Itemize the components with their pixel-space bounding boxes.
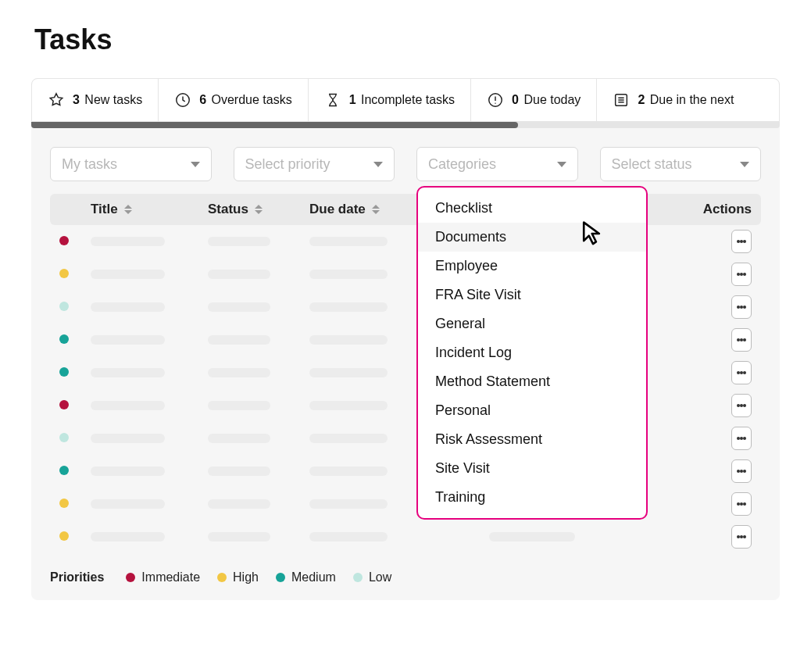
- dropdown-item[interactable]: General: [418, 309, 646, 338]
- filter-priority[interactable]: Select priority: [234, 147, 395, 181]
- placeholder: [309, 368, 388, 377]
- priority-dot: [59, 302, 69, 311]
- table-row[interactable]: [50, 225, 761, 258]
- priority-legend: Priorities ImmediateHighMediumLow: [31, 553, 780, 584]
- placeholder: [91, 335, 165, 345]
- alert-icon: [487, 91, 504, 109]
- stats-strip: 3 New tasks6 Overdue tasks1 Incomplete t…: [31, 78, 780, 122]
- placeholder: [208, 368, 270, 377]
- table-header: Title Status Due date Assigned to Action…: [50, 194, 761, 225]
- page-title: Tasks: [34, 23, 780, 56]
- sort-icon: [255, 205, 263, 214]
- dropdown-item[interactable]: Method Statement: [418, 367, 646, 396]
- dropdown-item[interactable]: Incident Log: [418, 338, 646, 367]
- legend-item: Medium: [276, 570, 336, 584]
- placeholder: [91, 434, 165, 443]
- placeholder: [91, 302, 165, 312]
- priority-dot: [59, 499, 69, 508]
- stat-item[interactable]: 1 Incomplete tasks: [309, 79, 471, 121]
- stat-text: 6 Overdue tasks: [199, 93, 292, 107]
- priority-dot: [59, 466, 69, 475]
- dropdown-item[interactable]: Documents: [418, 223, 646, 252]
- row-actions-button[interactable]: [731, 459, 752, 483]
- legend-item: High: [217, 570, 259, 584]
- categories-dropdown[interactable]: ChecklistDocumentsEmployeeFRA Site Visit…: [416, 186, 648, 520]
- table-row[interactable]: [50, 389, 761, 422]
- sort-icon: [372, 205, 380, 214]
- row-actions-button[interactable]: [731, 492, 752, 516]
- filters-row: My tasks Select priority Categories Sele…: [31, 128, 780, 194]
- dropdown-item[interactable]: Checklist: [418, 194, 646, 223]
- placeholder: [309, 237, 388, 246]
- table-row[interactable]: [50, 258, 761, 291]
- stat-item[interactable]: 6 Overdue tasks: [159, 79, 309, 121]
- placeholder: [91, 499, 165, 509]
- priority-dot: [59, 334, 69, 344]
- row-actions-button[interactable]: [731, 263, 752, 286]
- table-row[interactable]: [50, 291, 761, 323]
- placeholder: [309, 466, 388, 476]
- stat-text: 3 New tasks: [73, 93, 142, 107]
- legend-label: Low: [369, 570, 391, 584]
- legend-label: Immediate: [141, 570, 200, 584]
- filter-label: Select status: [612, 156, 692, 173]
- dropdown-item[interactable]: Personal: [418, 396, 646, 425]
- star-icon: [48, 91, 65, 109]
- filter-status[interactable]: Select status: [600, 147, 762, 181]
- hourglass-icon: [324, 91, 341, 109]
- placeholder: [208, 335, 270, 345]
- table-row[interactable]: [50, 323, 761, 356]
- placeholder: [309, 302, 388, 312]
- dropdown-item[interactable]: Site Visit: [418, 454, 646, 483]
- legend-label: High: [233, 570, 259, 584]
- svg-point-2: [495, 102, 495, 103]
- table-row[interactable]: [50, 520, 761, 553]
- row-actions-button[interactable]: [731, 427, 752, 450]
- row-actions-button[interactable]: [731, 361, 752, 384]
- dropdown-item[interactable]: Training: [418, 483, 646, 512]
- priority-dot: [59, 236, 69, 245]
- row-actions-button[interactable]: [731, 230, 752, 253]
- priority-dot: [59, 400, 69, 409]
- stat-item[interactable]: 0 Due today: [471, 79, 597, 121]
- table-row[interactable]: [50, 356, 761, 389]
- row-actions-button[interactable]: [731, 295, 752, 319]
- priority-dot: [59, 367, 69, 377]
- filter-my-tasks[interactable]: My tasks: [50, 147, 212, 181]
- row-actions-button[interactable]: [731, 328, 752, 352]
- stat-text: 2 Due in the next: [638, 93, 734, 107]
- stat-text: 1 Incomplete tasks: [349, 93, 455, 107]
- table-row[interactable]: [50, 488, 761, 520]
- col-title[interactable]: Title: [91, 202, 208, 217]
- placeholder: [309, 434, 388, 443]
- placeholder: [208, 270, 270, 279]
- legend-item: Immediate: [126, 570, 200, 584]
- chevron-down-icon: [740, 162, 749, 167]
- sort-icon: [124, 205, 132, 214]
- col-label: Actions: [703, 202, 752, 217]
- priority-dot: [59, 531, 69, 541]
- row-actions-button[interactable]: [731, 525, 752, 549]
- progress-bar: [31, 122, 780, 128]
- chevron-down-icon: [191, 162, 200, 167]
- dropdown-item[interactable]: Employee: [418, 252, 646, 281]
- row-actions-button[interactable]: [731, 394, 752, 417]
- placeholder: [91, 466, 165, 476]
- filter-categories[interactable]: Categories: [416, 147, 578, 181]
- dropdown-item[interactable]: Risk Assessment: [418, 425, 646, 454]
- list-icon: [613, 91, 630, 109]
- tasks-panel: 3 New tasks6 Overdue tasks1 Incomplete t…: [31, 78, 780, 600]
- placeholder: [489, 532, 575, 542]
- placeholder: [91, 532, 165, 542]
- placeholder: [208, 434, 270, 443]
- placeholder: [91, 401, 165, 410]
- dropdown-item[interactable]: FRA Site Visit: [418, 281, 646, 309]
- table-row[interactable]: [50, 422, 761, 455]
- filter-label: My tasks: [62, 156, 117, 173]
- stat-item[interactable]: 3 New tasks: [32, 79, 159, 121]
- stat-item[interactable]: 2 Due in the next: [597, 79, 749, 121]
- placeholder: [91, 237, 165, 246]
- col-status[interactable]: Status: [208, 202, 309, 217]
- table-row[interactable]: [50, 455, 761, 488]
- placeholder: [208, 466, 270, 476]
